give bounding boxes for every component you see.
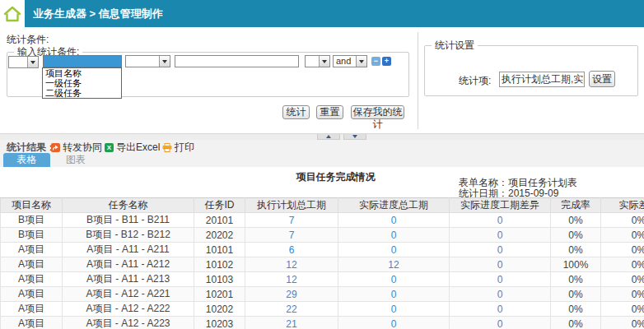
duration-link-cell[interactable]: 0 — [450, 317, 551, 329]
stat-item-value-field[interactable]: 执行计划总工期,实际进度总工 — [499, 72, 585, 87]
table-cell: A项目 - A12 - A221 — [63, 287, 194, 302]
table-cell: 0% — [601, 228, 644, 243]
duration-link-cell[interactable]: 0 — [338, 272, 450, 287]
collapse-up-button[interactable] — [317, 134, 340, 140]
logic-operator-select[interactable]: and — [333, 55, 367, 67]
table-cell: 0% — [601, 213, 644, 228]
save-statistics-button[interactable]: 保存我的统计 — [351, 105, 404, 119]
table-cell: 0% — [601, 302, 644, 317]
printer-icon — [162, 143, 172, 152]
duration-link-cell[interactable]: 29 — [245, 287, 338, 302]
collapse-down-button[interactable] — [343, 134, 366, 140]
configure-button[interactable]: 设置 — [589, 71, 615, 87]
table-cell: B项目 - B11 - B211 — [63, 213, 194, 228]
duration-link-cell[interactable]: 21 — [245, 317, 338, 329]
chevron-down-icon — [27, 57, 38, 67]
remove-condition-button[interactable]: − — [371, 57, 380, 66]
condition-extra-select[interactable] — [305, 55, 330, 67]
table-column-header: 实际进度工期差异 — [450, 198, 551, 213]
duration-link-cell[interactable]: 12 — [245, 257, 338, 272]
reset-button[interactable]: 重置 — [316, 105, 343, 119]
condition-group-select[interactable] — [8, 56, 39, 68]
statistics-panel: 统计条件: 输入统计条件: 项目名称 一级任务 二级任务 and − + 统计设… — [0, 27, 644, 133]
tab-chart[interactable]: 图表 — [54, 153, 97, 167]
table-cell: 0% — [601, 272, 644, 287]
table-cell: B项目 - B12 - B212 — [63, 228, 194, 243]
settings-fieldset-legend: 统计设置 — [432, 39, 478, 53]
table-cell: A项目 — [1, 302, 63, 317]
duration-link-cell[interactable]: 0 — [338, 287, 450, 302]
condition-value-input[interactable] — [175, 55, 299, 67]
duration-link-cell[interactable]: 6 — [245, 243, 338, 257]
table-row: B项目B项目 - B12 - B212202027000%0% — [1, 228, 644, 243]
table-cell: 10202 — [194, 302, 245, 317]
report-meta: 表单名称：项目任务计划表 统计日期：2015-09-09 — [459, 178, 577, 199]
forward-icon — [51, 143, 60, 152]
tab-table[interactable]: 表格 — [3, 153, 50, 167]
field-dropdown-list: 项目名称 一级任务 二级任务 — [42, 67, 122, 99]
duration-link-cell[interactable]: 7 — [245, 213, 338, 228]
breadcrumb[interactable]: 业务生成器 > 信息管理制作 — [33, 0, 163, 27]
dropdown-option[interactable]: 一级任务 — [43, 78, 121, 88]
run-statistics-button[interactable]: 统计 — [282, 105, 310, 119]
top-header-bar: 业务生成器 > 信息管理制作 — [0, 0, 644, 27]
table-cell: B项目 — [1, 213, 63, 228]
condition-operator-select[interactable] — [125, 55, 170, 67]
duration-link-cell[interactable]: 22 — [245, 302, 338, 317]
chevron-down-icon — [356, 56, 366, 67]
duration-link-cell[interactable]: 0 — [338, 317, 450, 329]
duration-link-cell[interactable]: 0 — [450, 243, 551, 257]
table-cell: B项目 — [1, 228, 63, 243]
duration-link-cell[interactable]: 0 — [338, 243, 450, 257]
table-cell: 0% — [601, 243, 644, 257]
add-condition-button[interactable]: + — [382, 57, 391, 66]
table-cell: 0% — [601, 257, 644, 272]
table-row: A项目A项目 - A12 - A2211020129000%0% — [1, 287, 644, 302]
table-cell: 20101 — [194, 213, 245, 228]
chevron-down-icon — [159, 56, 170, 67]
duration-link-cell[interactable]: 12 — [245, 272, 338, 287]
home-icon — [3, 6, 21, 22]
duration-link-cell[interactable]: 0 — [450, 228, 551, 243]
table-cell: 10201 — [194, 287, 245, 302]
table-body: B项目B项目 - B11 - B211201017000%0%B项目B项目 - … — [1, 213, 644, 329]
table-cell: 0% — [551, 302, 601, 317]
table-row: B项目B项目 - B11 - B211201017000%0% — [1, 213, 644, 228]
results-tabs: 表格 图表 — [0, 153, 644, 167]
table-cell: 10203 — [194, 317, 245, 329]
table-column-header: 项目名称 — [1, 198, 63, 213]
table-cell: A项目 — [1, 272, 63, 287]
duration-link-cell[interactable]: 0 — [450, 257, 551, 272]
duration-link-cell[interactable]: 0 — [450, 287, 551, 302]
table-cell: 10102 — [194, 257, 245, 272]
arrow-down-icon — [352, 135, 357, 138]
table-cell: 0% — [551, 272, 601, 287]
dropdown-option[interactable]: 项目名称 — [43, 68, 121, 78]
table-row: A项目A项目 - A12 - A2231020321000%0% — [1, 317, 644, 329]
table-column-header: 任务名称 — [63, 198, 194, 213]
table-cell: 0% — [551, 213, 601, 228]
duration-link-cell[interactable]: 0 — [338, 302, 450, 317]
duration-link-cell[interactable]: 12 — [338, 257, 450, 272]
duration-link-cell[interactable]: 7 — [245, 228, 338, 243]
report-content: 项目任务完成情况 表单名称：项目任务计划表 统计日期：2015-09-09 项目… — [0, 167, 644, 329]
duration-link-cell[interactable]: 0 — [450, 272, 551, 287]
excel-icon: X — [105, 143, 114, 152]
table-cell: A项目 — [1, 257, 63, 272]
chevron-down-icon — [319, 56, 329, 67]
table-cell: 0% — [551, 317, 601, 329]
dropdown-option[interactable]: 二级任务 — [43, 88, 121, 98]
table-row: A项目A项目 - A11 - A2131010312000%0% — [1, 272, 644, 287]
duration-link-cell[interactable]: 0 — [338, 228, 450, 243]
table-column-header: 执行计划总工期 — [245, 198, 338, 213]
table-cell: 0% — [551, 287, 601, 302]
table-header-row: 项目名称任务名称任务ID执行计划总工期实际进度总工期实际进度工期差异完成率实际差… — [1, 198, 644, 213]
duration-link-cell[interactable]: 0 — [450, 302, 551, 317]
home-button[interactable] — [0, 0, 25, 27]
duration-link-cell[interactable]: 0 — [338, 213, 450, 228]
stat-item-label: 统计项: — [459, 74, 491, 88]
duration-link-cell[interactable]: 0 — [450, 213, 551, 228]
condition-field-select[interactable] — [43, 55, 122, 67]
table-cell: A项目 - A12 - A222 — [63, 302, 194, 317]
table-cell: A项目 - A12 - A223 — [63, 317, 194, 329]
